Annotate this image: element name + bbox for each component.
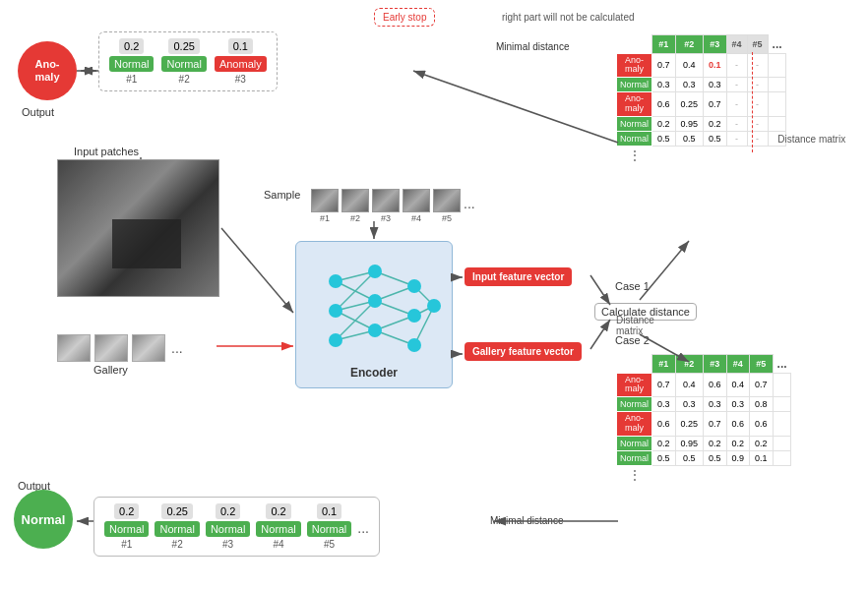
top-distance-matrix-container: #1 #2 #3 #4 #5 ... Ano-maly 0.7 0.4 0.1 … — [616, 34, 786, 164]
bottom-pred-item-4: 0.2 Normal #4 — [256, 503, 300, 550]
sample-item-5: #5 — [433, 189, 461, 223]
pred-value-3: 0.1 — [228, 38, 253, 54]
bottom-pred-item-3: 0.2 Normal #3 — [206, 503, 250, 550]
gallery-row: ... — [57, 334, 183, 362]
output-label-top: Output — [22, 106, 54, 118]
big-image-object — [112, 219, 181, 268]
top-matrix-row-4: Normal 0.2 0.95 0.2 - - — [617, 117, 786, 132]
bottom-matrix-row-2: Normal 0.3 0.3 0.3 0.3 0.8 — [617, 397, 791, 412]
top-distance-matrix: #1 #2 #3 #4 #5 ... Ano-maly 0.7 0.4 0.1 … — [616, 34, 786, 164]
bottom-pred-num-5: #5 — [324, 539, 335, 550]
neural-network-diagram — [306, 252, 444, 370]
sample-item-4: #4 — [403, 189, 430, 223]
bottom-pred-num-2: #2 — [172, 539, 183, 550]
sample-num-3: #3 — [381, 213, 391, 223]
bottom-matrix-row-3: Ano-maly 0.6 0.25 0.7 0.6 0.6 — [617, 412, 791, 437]
pred-label-1: Normal — [109, 56, 154, 72]
svg-point-16 — [329, 304, 342, 318]
pred-item-2: 0.25 Normal #2 — [161, 38, 206, 85]
top-matrix-row-3: Ano-maly 0.6 0.25 0.7 - - — [617, 92, 786, 117]
svg-line-35 — [590, 275, 610, 305]
encoder-box: Encoder — [295, 241, 453, 388]
bottom-prediction-box: 0.2 Normal #1 0.25 Normal #2 0.2 Normal … — [93, 497, 380, 557]
bottom-pred-num-4: #4 — [274, 539, 284, 550]
gallery-feature-vector-box: Gallery feature vector — [465, 342, 582, 361]
svg-point-20 — [368, 324, 382, 337]
pred-num-2: #2 — [179, 74, 190, 85]
sample-thumb-4 — [403, 189, 430, 212]
anomaly-output-circle: Ano-maly — [18, 41, 77, 100]
bottom-pred-value-3: 0.2 — [216, 503, 240, 519]
distance-matrix-bottom-label: Distance matrix — [616, 315, 675, 336]
svg-point-19 — [368, 294, 382, 308]
sample-thumb-3 — [372, 189, 400, 212]
bottom-pred-label-4: Normal — [256, 521, 300, 537]
normal-output-circle: Normal — [14, 490, 73, 549]
diagram-container: Ano-maly Output 0.2 Normal #1 0.25 Norma… — [0, 0, 868, 589]
bottom-matrix-row-5: Normal 0.5 0.5 0.5 0.9 0.1 — [617, 451, 791, 466]
top-matrix-row-5: Normal 0.5 0.5 0.5 - - — [617, 132, 786, 147]
early-stop-line — [752, 52, 753, 152]
pred-num-1: #1 — [126, 74, 137, 85]
bottom-pred-value-2: 0.25 — [161, 503, 192, 519]
case1-label: Case 1 — [615, 280, 650, 292]
svg-point-23 — [407, 338, 421, 352]
sample-dots: ... — [464, 196, 475, 211]
sample-thumb-1 — [311, 189, 339, 212]
svg-point-24 — [427, 299, 441, 313]
pred-value-1: 0.2 — [119, 38, 144, 54]
top-prediction-box: 0.2 Normal #1 0.25 Normal #2 0.1 Anomaly… — [98, 31, 278, 91]
input-patches-label: Input patches — [74, 146, 139, 157]
bottom-matrix-row-4: Normal 0.2 0.95 0.2 0.2 0.2 — [617, 437, 791, 451]
bottom-pred-label-2: Normal — [155, 521, 199, 537]
sample-item-2: #2 — [341, 189, 369, 223]
sample-item-3: #3 — [372, 189, 400, 223]
minimal-distance-top-label: Minimal distance — [496, 41, 569, 52]
sample-thumb-5 — [433, 189, 461, 212]
bottom-pred-value-1: 0.2 — [114, 503, 139, 519]
bottom-matrix-dots-row: ⋮ — [617, 466, 791, 485]
bottom-pred-dots: ... — [357, 520, 369, 536]
distance-matrix-top-label: Distance matrix — [777, 134, 845, 145]
bottom-pred-num-3: #3 — [222, 539, 233, 550]
bottom-pred-value-5: 0.1 — [317, 503, 341, 519]
bottom-pred-label-5: Normal — [307, 521, 351, 537]
pred-label-3: Anomaly — [215, 56, 267, 72]
svg-line-36 — [590, 320, 610, 349]
svg-line-2 — [336, 271, 375, 311]
bottom-pred-num-1: #1 — [121, 539, 132, 550]
sample-num-5: #5 — [442, 213, 452, 223]
sample-num-1: #1 — [320, 213, 330, 223]
pred-item-1: 0.2 Normal #1 — [109, 38, 154, 85]
top-matrix-dots-row: ⋮ — [617, 147, 786, 165]
bottom-pred-value-4: 0.2 — [266, 503, 290, 519]
svg-point-17 — [329, 333, 342, 347]
gallery-thumb-3 — [132, 334, 165, 362]
top-matrix-row-2: Normal 0.3 0.3 0.3 - - — [617, 78, 786, 92]
bottom-pred-item-5: 0.1 Normal #5 — [307, 503, 351, 550]
svg-point-22 — [407, 309, 421, 323]
svg-point-21 — [407, 279, 421, 293]
sample-thumb-2 — [341, 189, 369, 212]
gallery-thumb-2 — [94, 334, 128, 362]
gallery-dots: ... — [171, 340, 183, 356]
bottom-matrix-row-1: Ano-maly 0.7 0.4 0.6 0.4 0.7 — [617, 373, 791, 397]
pred-value-2: 0.25 — [168, 38, 199, 54]
bottom-pred-item-1: 0.2 Normal #1 — [104, 503, 149, 550]
sample-label: Sample — [264, 189, 300, 201]
top-matrix-row-1: Ano-maly 0.7 0.4 0.1 - - — [617, 53, 786, 78]
big-input-image — [57, 159, 219, 297]
bottom-pred-label-3: Normal — [206, 521, 250, 537]
pred-num-3: #3 — [235, 74, 246, 85]
input-feature-vector-box: Input feature vector — [465, 267, 572, 286]
early-stop-box: Early stop — [374, 8, 435, 27]
bottom-pred-item-2: 0.25 Normal #2 — [155, 503, 199, 550]
pred-item-3: 0.1 Anomaly #3 — [215, 38, 267, 85]
svg-line-30 — [221, 228, 293, 313]
minimal-distance-bottom-label: Minimal distance — [490, 515, 563, 526]
pred-label-2: Normal — [161, 56, 206, 72]
bottom-distance-matrix: #1 #2 #3 #4 #5 ... Ano-maly 0.7 0.4 0.6 … — [616, 354, 791, 484]
sample-num-2: #2 — [350, 213, 360, 223]
gallery-label: Gallery — [93, 364, 128, 376]
sample-row: #1 #2 #3 #4 #5 ... — [311, 189, 475, 223]
